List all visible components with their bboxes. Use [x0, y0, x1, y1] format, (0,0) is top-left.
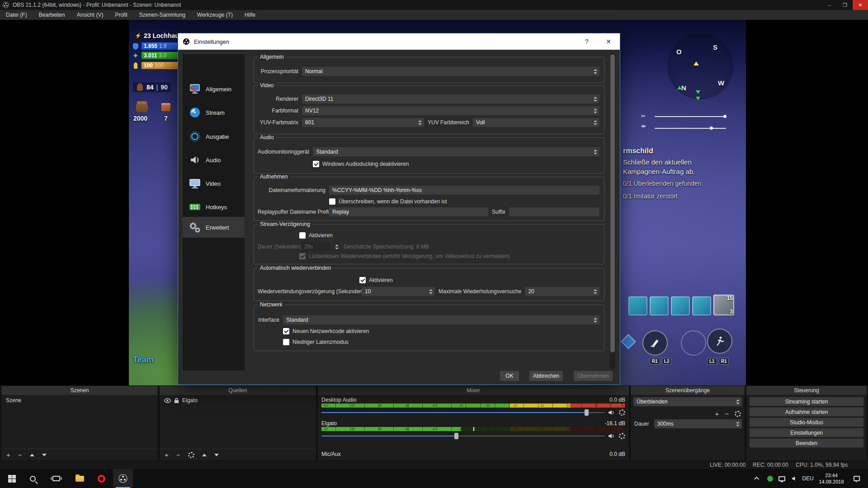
yuv-matrix-combo[interactable]: 601 — [302, 118, 424, 127]
dialog-scrollbar[interactable] — [610, 52, 615, 370]
transition-combo[interactable]: Überblenden — [633, 397, 742, 406]
memory-usage-note: Geschätzte Speichernutzung: 8 MB — [344, 244, 429, 250]
start-streaming-button[interactable]: Streaming starten — [749, 397, 864, 406]
scene-list-item[interactable]: Szene — [6, 397, 21, 404]
monitoring-device-combo[interactable]: Standard — [313, 147, 599, 156]
remove-scene-button[interactable]: − — [18, 451, 22, 459]
delay-duration-spinbox[interactable]: 20s — [301, 242, 330, 251]
sidebar-item-hotkeys[interactable]: Hotkeys — [183, 197, 245, 217]
studio-mode-button[interactable]: Studio-Modus — [749, 418, 864, 427]
slot-count: 15 — [727, 295, 733, 301]
cancel-button[interactable]: Abbrechen — [529, 371, 563, 381]
lock-icon[interactable] — [174, 398, 179, 404]
start-button[interactable] — [2, 469, 22, 488]
scrollbar-thumb[interactable] — [610, 54, 615, 352]
source-properties-gear-icon[interactable] — [188, 452, 194, 458]
move-scene-down-icon[interactable] — [42, 454, 47, 456]
network-button[interactable] — [776, 469, 788, 488]
energy-bar: 100100 — [142, 62, 180, 69]
elgato-mute-icon[interactable] — [608, 433, 615, 439]
source-list-item[interactable]: Elgato — [164, 397, 198, 404]
interface-combo[interactable]: Standard — [283, 315, 599, 324]
delay-enable-checkbox[interactable] — [299, 232, 306, 239]
renderer-combo[interactable]: Direct3D 11 — [302, 94, 599, 103]
sidebar-item-video[interactable]: Video — [183, 173, 245, 194]
ok-button[interactable]: OK — [500, 371, 519, 381]
reconnect-delay-spinbox[interactable]: 10 — [362, 287, 435, 296]
obs-taskbar-button[interactable] — [113, 469, 133, 488]
elgato-volume-slider[interactable] — [321, 433, 604, 439]
tool-slider-icon: ⇹ — [641, 123, 647, 129]
taskbar-clock[interactable]: 23:44 14.08.2018 — [816, 469, 846, 488]
opera-button[interactable] — [91, 469, 111, 488]
sidebar-item-audio[interactable]: Audio — [183, 150, 245, 170]
audioducking-checkbox[interactable] — [313, 161, 319, 167]
menu-datei[interactable]: Datei (F) — [0, 10, 33, 20]
remove-source-button[interactable]: − — [176, 451, 180, 459]
filename-format-input[interactable]: %CCYY-%MM-%DD %hh-%mm-%ss — [329, 186, 599, 195]
start-recording-button[interactable]: Aufnahme starten — [749, 407, 864, 417]
sidebar-item-ausgabe[interactable]: Ausgabe — [183, 126, 245, 147]
menu-werkzeuge[interactable]: Werkzeuge (T) — [191, 10, 239, 20]
add-scene-button[interactable]: + — [6, 451, 10, 459]
minimize-button[interactable]: – — [822, 0, 837, 10]
sword-icon — [649, 337, 661, 349]
slot-ammo: 3 — [730, 309, 733, 315]
move-source-up-icon[interactable] — [202, 454, 207, 456]
task-view-button[interactable] — [46, 469, 66, 488]
desktop-audio-mute-icon[interactable] — [608, 410, 615, 415]
exit-button[interactable]: Beenden — [749, 438, 864, 448]
transition-properties-gear-icon[interactable] — [735, 411, 741, 417]
desktop-audio-settings-gear-icon[interactable] — [619, 409, 625, 416]
add-transition-button[interactable]: + — [715, 410, 719, 418]
reconnect-enable-checkbox[interactable] — [359, 277, 366, 283]
max-retries-spinbox[interactable]: 20 — [525, 287, 599, 296]
menu-szenen-sammlung[interactable]: Szenen-Sammlung — [133, 10, 191, 20]
maximize-button[interactable]: ❐ — [837, 0, 853, 10]
suffix-input[interactable] — [509, 207, 599, 216]
general-icon — [188, 82, 202, 96]
replay-prefix-input[interactable]: Replay — [329, 207, 488, 216]
new-networkcode-checkbox[interactable] — [283, 328, 289, 334]
menu-bearbeiten[interactable]: Bearbeiten — [33, 10, 71, 20]
apply-button[interactable]: Übernehmen — [573, 371, 613, 381]
sidebar-item-stream[interactable]: Stream — [183, 102, 245, 123]
action-center-button[interactable] — [850, 469, 863, 488]
gamepad-cross-icon — [621, 334, 636, 349]
move-scene-up-icon[interactable] — [30, 454, 34, 456]
remove-transition-button[interactable]: − — [725, 410, 729, 418]
quest-objective-2: 0/1 Imitator zerstört — [623, 192, 678, 200]
close-button[interactable]: ✕ — [853, 0, 868, 10]
add-source-button[interactable]: + — [165, 451, 169, 459]
dialog-close-button[interactable]: ✕ — [599, 33, 618, 50]
settings-button[interactable]: Einstellungen — [749, 428, 864, 437]
wood-icon — [136, 104, 148, 112]
desktop-audio-volume-slider[interactable] — [321, 409, 604, 416]
duration-spinbox[interactable]: 300ms — [654, 419, 742, 428]
sidebar-item-erweitert[interactable]: Erweitert — [183, 217, 245, 238]
move-source-down-icon[interactable] — [214, 454, 219, 456]
menu-profil[interactable]: Profil — [109, 10, 133, 20]
low-latency-checkbox[interactable] — [283, 339, 289, 345]
search-button[interactable] — [23, 469, 42, 488]
yuv-range-combo[interactable]: Voll — [473, 118, 599, 127]
tray-expand-button[interactable] — [751, 469, 763, 488]
menu-hilfe[interactable]: Hilfe — [239, 10, 261, 20]
priority-combo[interactable]: Normal — [302, 67, 599, 76]
volume-button[interactable] — [788, 469, 799, 488]
dialog-help-button[interactable]: ? — [577, 33, 596, 50]
language-indicator[interactable]: DEU — [800, 469, 816, 488]
spinner-icon[interactable] — [592, 67, 599, 76]
color-format-combo[interactable]: NV12 — [302, 106, 599, 115]
delay-duration-spinner-icon[interactable] — [334, 244, 340, 249]
tray-green-app-button[interactable] — [764, 469, 776, 488]
hotbar-slot-1 — [628, 296, 647, 315]
file-explorer-button[interactable] — [70, 469, 90, 488]
hotbar-slot-selected: 15 3 — [713, 295, 734, 315]
sidebar-item-allgemein[interactable]: Allgemein — [183, 79, 245, 99]
overwrite-checkbox[interactable] — [329, 198, 335, 205]
visibility-eye-icon[interactable] — [164, 398, 171, 403]
delay-duration-label: Dauer (Sekunden) — [258, 244, 297, 250]
elgato-settings-gear-icon[interactable] — [619, 433, 625, 439]
menu-ansicht[interactable]: Ansicht (V) — [71, 10, 109, 20]
